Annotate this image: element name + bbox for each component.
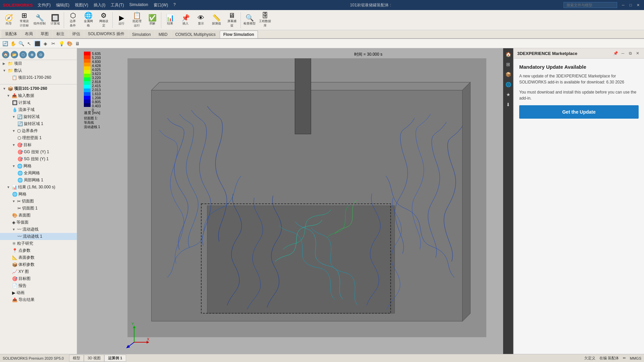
tree-item-project-101-top[interactable]: 📋 项目101-1700-260 [0, 74, 77, 81]
tab-layout[interactable]: 布局 [21, 29, 37, 38]
tb2-lights[interactable]: 💡 [58, 40, 65, 47]
menu-window[interactable]: 窗口(W) [152, 2, 170, 9]
tree-item-boundary[interactable]: ▼ ⬡ 边界条件 [0, 127, 77, 134]
tree-item-goals[interactable]: ▼ 🎯 目标 [0, 141, 77, 148]
tab-mbd[interactable]: MBD [155, 31, 171, 38]
tree-item-particle[interactable]: ⚛ 粒子研究 [0, 240, 77, 247]
toolbar-wizard[interactable]: 🧭 向导 [1, 14, 16, 26]
toolbar-engineering-db[interactable]: 🗄 工程数据库 [258, 11, 272, 28]
tab-flow-simulation[interactable]: Flow Simulation [220, 31, 258, 38]
minimize-button[interactable]: ─ [620, 2, 627, 8]
tree-item-xy-plot[interactable]: 📈 XY 图 [0, 268, 77, 275]
status-tab-3dview[interactable]: 3D 视图 [84, 355, 104, 362]
tree-item-mesh[interactable]: ▼ 🌐 网格 [0, 163, 77, 170]
toolbar-boundary[interactable]: ⬡ 边界条件 [65, 11, 80, 28]
toolbar-probe[interactable]: 📏 探测值 [209, 14, 224, 26]
marketplace-pin-button[interactable]: 📌 [612, 50, 619, 56]
tree-item-section-1[interactable]: ✂ 切面图 1 [0, 205, 77, 212]
marketplace-expand-button[interactable]: ⧉ [627, 50, 633, 56]
menu-simulation[interactable]: Simulation [127, 2, 150, 9]
tree-item-isosurface[interactable]: ◈ 等值面 [0, 219, 77, 226]
sidebar-icon-circle[interactable]: ⊙ [37, 51, 44, 58]
rp-icon-home[interactable]: 🏠 [504, 50, 512, 58]
sidebar-icon-home[interactable]: 🏠 [2, 51, 9, 58]
tree-item-local-mesh[interactable]: 🌐 局部网格 1 [0, 177, 77, 184]
toolbar-component-control[interactable]: 🔧 组件控制 [32, 14, 47, 26]
tb2-zoom[interactable]: 🔍 [17, 40, 25, 47]
tab-evaluate[interactable]: 评估 [68, 29, 84, 38]
toolbar-design-goal[interactable]: ⊞ 常规设计目标 [17, 11, 32, 28]
tb2-3d[interactable]: ◈ [42, 40, 49, 47]
toolbar-display[interactable]: 👁 显示 [194, 14, 208, 26]
get-update-button[interactable]: Get the Update [519, 105, 639, 119]
tree-item-fluid-subdomain[interactable]: 💧 流体子域 [0, 106, 77, 113]
tb2-select[interactable]: ↖ [25, 40, 33, 47]
tab-sketch[interactable]: 草图 [37, 29, 52, 38]
toolbar-results[interactable]: 📊 结果 [163, 14, 177, 26]
tree-item-global-mesh[interactable]: 🌐 全局网格 [0, 170, 77, 177]
status-tab-model[interactable]: 模型 [69, 355, 84, 362]
tree-item-gg-torque[interactable]: 🎯 GG 扭矩 (Y) 1 [0, 148, 77, 156]
rp-icon-box[interactable]: 📦 [504, 70, 512, 78]
tb2-rotate[interactable]: 🔄 [1, 40, 9, 47]
tree-item-surface-plot[interactable]: 🎨 表面图 [0, 212, 77, 219]
rp-icon-download[interactable]: ⬇ [504, 101, 512, 109]
menu-tools[interactable]: 工具(T) [109, 2, 126, 9]
tree-item-sg-torque[interactable]: 🎯 SG 扭矩 (Y) 1 [0, 156, 77, 163]
tb2-section[interactable]: ✂ [50, 40, 57, 47]
tree-item-default[interactable]: ▼ 📁 数认 [0, 67, 77, 74]
menu-file[interactable]: 文件(F) [36, 2, 53, 9]
tree-item-report[interactable]: 📄 报告 [0, 282, 77, 289]
tree-item-rotation-1[interactable]: 🔄 旋转区域 1 [0, 120, 77, 127]
rp-icon-star[interactable]: ★ [504, 90, 512, 99]
tree-item-goal-plot[interactable]: 🎯 目标图 [0, 275, 77, 282]
tb2-box-select[interactable]: ⬛ [34, 40, 41, 47]
tree-item-results-mesh[interactable]: 🌐 网格 [0, 191, 77, 198]
sidebar-icon-config[interactable]: ⬡ [19, 51, 27, 58]
close-button[interactable]: ✕ [635, 2, 641, 8]
status-tab-run[interactable]: 运算例 1 [104, 355, 126, 362]
toolbar-solve[interactable]: ✅ 求解 [145, 14, 160, 26]
toolbar-mesh-setting[interactable]: ⚙ 网格设定 [96, 11, 111, 28]
menu-help[interactable]: ? [171, 2, 178, 9]
tree-item-surface-param[interactable]: 📐 表面参数 [0, 254, 77, 261]
toolbar-batch[interactable]: 📋 批处理运行 [129, 11, 144, 28]
menu-edit[interactable]: 编辑(E) [54, 2, 71, 9]
tree-item-results[interactable]: ▼ 📊 结果 (1.fld, 30.000 s) [0, 184, 77, 191]
tree-item-rotation-domain[interactable]: ▼ 🔄 旋转区域 [0, 113, 77, 120]
toolbar-screen-capture[interactable]: 🖥 屏幕捕捉 [224, 11, 239, 28]
tb2-pan[interactable]: ✋ [9, 40, 17, 47]
maximize-button[interactable]: □ [627, 2, 634, 8]
tree-item-animation[interactable]: ▶ 动画 [0, 289, 77, 296]
tree-item-input-data[interactable]: ▼ 📥 输入数据 [0, 92, 77, 99]
toolbar-insert[interactable]: 📌 插入 [178, 14, 193, 26]
tab-comsol[interactable]: COMSOL Multiphysics [171, 31, 219, 38]
marketplace-minimize-button[interactable]: ─ [620, 50, 626, 56]
tab-simulation[interactable]: Simulation [128, 31, 155, 38]
sidebar-icon-plus[interactable]: ⊕ [28, 51, 36, 58]
toolbar-check-model[interactable]: 🔍 检查模型 [242, 14, 257, 26]
tree-item-compute-domain[interactable]: 🔲 计算域 [0, 99, 77, 106]
sidebar-icon-folder[interactable]: 📂 [11, 51, 18, 58]
tree-item-volume-param[interactable]: 📦 体积参数 [0, 261, 77, 268]
marketplace-close-button[interactable]: ✕ [635, 50, 641, 56]
rp-icon-grid[interactable]: ⊞ [504, 60, 512, 68]
tree-item-ideal-wall[interactable]: ⬡ 理想壁面 1 [0, 134, 77, 141]
tree-item-flow-trajectory[interactable]: ▼ 〰 流动迹线 [0, 226, 77, 233]
tab-assembly[interactable]: 装配体 [1, 29, 21, 38]
tree-item-project-root[interactable]: ▶ 📁 项目 [0, 60, 77, 67]
tb2-scene[interactable]: 🖥 [74, 40, 81, 47]
toolbar-mesh-metal[interactable]: 🌐 金属网格 [81, 11, 96, 28]
tab-annotation[interactable]: 标注 [53, 29, 68, 38]
tree-item-section-view[interactable]: ▼ ✂ 切面图 [0, 198, 77, 205]
tree-item-project-101-main[interactable]: ▼ 📦 项目101-1700-260 [0, 85, 77, 92]
menu-view[interactable]: 视图(V) [73, 2, 90, 9]
3d-viewport[interactable]: 5.635 5.233 4.830 4.428 4.025 3.623 3.22… [77, 48, 503, 354]
sidebar-resize-handle[interactable] [75, 48, 77, 354]
menu-insert[interactable]: 插入(I) [92, 2, 107, 9]
tree-item-flow-traj-1[interactable]: 〰 流动迹线 1 [0, 233, 77, 240]
tb2-appearance[interactable]: 🎨 [66, 40, 73, 47]
toolbar-compute-domain[interactable]: 🔲 计算域 [48, 14, 62, 26]
rp-icon-globe[interactable]: 🌐 [504, 80, 512, 88]
tab-sw-addins[interactable]: SOLIDWORKS 插件 [84, 29, 128, 38]
